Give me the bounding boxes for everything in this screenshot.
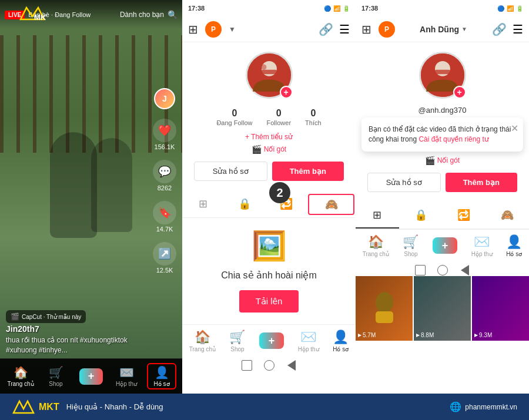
right-tab-grid[interactable]: ⊞ [356, 203, 399, 229]
right-grid-icon[interactable]: ⊞ [361, 22, 371, 36]
mid-shop-label: Shop [230, 346, 244, 352]
add-friend-btn[interactable]: Thêm bạn [272, 162, 344, 181]
video-thumb-3[interactable]: ▶ 9.3M [472, 276, 529, 341]
nav-profile[interactable]: 👤 Hồ sơ [147, 363, 176, 389]
right-username-display: Anh Dũng [420, 25, 459, 34]
right-edit-profile-btn[interactable]: Sửa hồ sơ [367, 173, 441, 192]
action-bookmark[interactable]: 🔖 14.7K [153, 201, 176, 233]
edit-profile-btn[interactable]: Sửa hồ sơ [194, 162, 267, 181]
mid-nav-inbox[interactable]: ✉️ Hộp thư [298, 330, 319, 352]
tab-grid[interactable]: ⊞ [182, 191, 224, 217]
noi-got-icon: 🎬 [252, 145, 262, 154]
right-sys-recent[interactable] [460, 266, 470, 274]
right-tab-repost[interactable]: 🔁 [443, 203, 486, 229]
search-icon[interactable]: 🔍 [168, 10, 178, 19]
right-add-avatar-btn[interactable]: + [453, 86, 466, 99]
right-nav-inbox[interactable]: ✉️ Hộp thư [471, 234, 493, 257]
right-plus-button[interactable]: + [433, 237, 457, 254]
mid-plus-button[interactable]: + [259, 332, 284, 349]
svg-text:MKT: MKT [34, 13, 47, 22]
like-count: 156.1K [155, 143, 175, 150]
notification-popup: Bạn có thể đặt các video đã thích ở trạn… [361, 117, 523, 152]
video-username: Jin20th7 [6, 324, 147, 334]
nav-inbox-label: Hộp thư [116, 381, 137, 387]
right-nav-plus[interactable]: + [433, 237, 457, 254]
action-comment[interactable]: 💬 8262 [153, 160, 176, 191]
right-noi-got-link[interactable]: Nối gót [437, 156, 460, 164]
sys-recent-btn[interactable] [286, 361, 297, 369]
right-connect-icon[interactable]: 🔗 [492, 22, 507, 36]
right-add-friend-btn[interactable]: Thêm bạn [446, 173, 518, 192]
mid-time: 17:38 [188, 5, 205, 12]
right-tab-lock[interactable]: 🔒 [399, 203, 443, 229]
action-share[interactable]: ↗️ 12.5K [153, 242, 176, 274]
bottom-info: Jin20th7 thua rồi thua cả con nít #xuhuo… [6, 324, 147, 355]
mkt-logo-wrap: MKT [18, 5, 47, 25]
noi-got-link[interactable]: Nối gót [264, 145, 286, 153]
btn-row: Sửa hồ sơ Thêm bạn [194, 162, 344, 181]
likes-label: Thích [305, 119, 322, 126]
right-shop-icon: 🛒 [403, 234, 418, 250]
grid-icon[interactable]: ⊞ [188, 22, 198, 36]
video-caption: thua rồi thua cả con nít #xuhuongtiktok … [6, 335, 147, 355]
banner-website[interactable]: 🌐 phanmemmkt.vn [450, 401, 517, 412]
video-thumb-1[interactable]: ▶ 5.7M [356, 276, 413, 341]
play-icon-2: ▶ [416, 332, 420, 338]
following-num: 0 [232, 108, 237, 119]
right-heart-tab-icon: 🙈 [501, 209, 514, 221]
action-like[interactable]: ❤️ 156.1K [153, 119, 176, 150]
right-btn-row: Sửa hồ sơ Thêm bạn [367, 173, 517, 192]
popup-close-btn[interactable]: ✕ [511, 122, 518, 135]
capcut-text: CapCut · Thử mẫu này [22, 314, 81, 320]
svg-rect-8 [434, 70, 451, 74]
right-status-icons: 🔵 📶 🔋 [497, 5, 523, 12]
following-label: Đang Follow [216, 119, 252, 126]
right-nav-home[interactable]: 🏠 Trang chủ [363, 234, 389, 257]
tab-heart[interactable]: 🙈 [308, 194, 354, 215]
content-area: 🖼️ Chia sẻ ảnh hoài niệm Tải lên [182, 218, 356, 324]
nav-home[interactable]: 🏠 Trang chủ [6, 365, 35, 387]
menu-icon[interactable]: ☰ [339, 22, 350, 36]
mid-nav-right: 🔗 ☰ [319, 22, 350, 36]
right-nav-profile[interactable]: 👤 Hồ sơ [506, 234, 522, 257]
connect-icon[interactable]: 🔗 [319, 22, 333, 36]
top-icons: 🔍 [168, 10, 178, 19]
mid-nav-shop[interactable]: 🛒 Shop [229, 330, 245, 352]
mid-nav-profile[interactable]: 👤 Hồ sơ [333, 330, 349, 352]
mid-nav-home[interactable]: 🏠 Trang chủ [189, 330, 216, 352]
play-icon-1: ▶ [358, 332, 361, 338]
right-sys-home[interactable] [437, 265, 448, 275]
bottom-banner: MKT Hiệu quả - Nhanh - Dễ dùng 🌐 phanmem… [0, 394, 529, 420]
right-sys-back[interactable] [415, 265, 426, 275]
capcut-banner[interactable]: 🎬 CapCut · Thử mẫu này [6, 310, 86, 323]
left-phone: LIVE Bạn bè · Đang Follow Dành cho bạn 🔍… [0, 0, 182, 394]
nav-shop[interactable]: 🛒 Shop [41, 365, 71, 387]
mid-nav-plus[interactable]: + [259, 332, 284, 349]
add-avatar-btn[interactable]: + [280, 86, 293, 99]
tab-lock[interactable]: 🔒 [224, 191, 266, 217]
sys-home-btn[interactable] [264, 360, 274, 371]
nav-plus[interactable]: + [76, 368, 106, 385]
dropdown-arrow[interactable]: ▼ [229, 25, 236, 33]
sys-back-btn[interactable] [242, 360, 252, 371]
video-thumb-2[interactable]: ▶ 8.8M [414, 276, 471, 341]
stat-likes: 0 Thích [305, 108, 322, 126]
right-tab-heart[interactable]: 🙈 [486, 203, 529, 229]
play-icon-3: ▶ [474, 332, 478, 338]
add-bio-link[interactable]: + Thêm tiểu sử [245, 133, 293, 141]
right-dropdown[interactable]: ▼ [461, 26, 467, 32]
right-avatar-wrap: + [419, 52, 466, 99]
mid-status-bar: 17:38 🔵 📶 🔋 [182, 0, 356, 16]
upload-btn[interactable]: Tải lên [239, 290, 299, 313]
right-nav-shop[interactable]: 🛒 Shop [403, 234, 418, 257]
children-area [12, 47, 170, 323]
nav-inbox[interactable]: ✉️ Hộp thư [112, 365, 141, 387]
likes-num: 0 [310, 108, 316, 119]
right-menu-icon[interactable]: ☰ [513, 22, 523, 36]
right-profile-nav-label: Hồ sơ [506, 251, 522, 257]
right-bottom-nav: 🏠 Trang chủ 🛒 Shop + ✉️ Hộp thư 👤 Hồ sơ [356, 229, 529, 261]
plus-button[interactable]: + [79, 368, 103, 385]
globe-icon: 🌐 [450, 401, 461, 412]
right-grid-tab-icon: ⊞ [373, 209, 381, 221]
popup-link[interactable]: Cài đặt quyền riêng tư [418, 135, 488, 143]
